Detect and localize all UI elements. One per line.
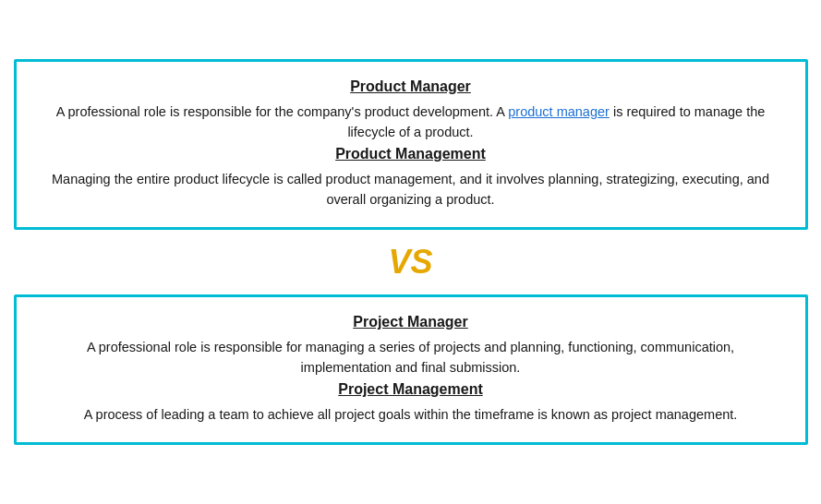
project-manager-title: Project Manager xyxy=(44,314,778,330)
project-manager-text: A professional role is responsible for m… xyxy=(44,338,778,378)
project-manager-section: Project Manager A professional role is r… xyxy=(44,314,778,378)
product-management-section: Product Management Managing the entire p… xyxy=(44,146,778,210)
product-manager-text-before: A professional role is responsible for t… xyxy=(56,104,509,119)
project-card: Project Manager A professional role is r… xyxy=(14,294,808,445)
product-manager-text: A professional role is responsible for t… xyxy=(44,102,778,143)
project-management-title: Project Management xyxy=(44,381,778,398)
product-manager-title: Product Manager xyxy=(44,78,778,95)
project-management-section: Project Management A process of leading … xyxy=(44,381,778,426)
project-management-text: A process of leading a team to achieve a… xyxy=(44,405,778,426)
product-manager-link[interactable]: product manager xyxy=(508,104,610,119)
product-card: Product Manager A professional role is r… xyxy=(14,59,808,230)
vs-label: VS xyxy=(388,243,432,282)
vs-divider: VS xyxy=(388,243,432,282)
product-management-title: Product Management xyxy=(44,146,778,162)
product-management-text: Managing the entire product lifecycle is… xyxy=(44,170,778,210)
product-manager-section: Product Manager A professional role is r… xyxy=(44,78,778,143)
